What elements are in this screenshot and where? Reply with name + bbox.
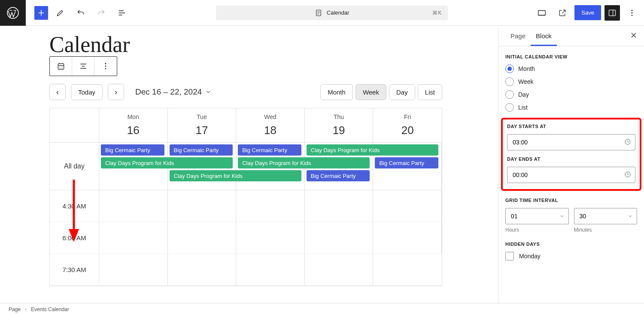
document-outline-button[interactable] [113,4,131,21]
breadcrumb-item[interactable]: Page [9,306,21,312]
day-header: Mon16 [99,108,168,142]
svg-point-8 [105,63,106,64]
editor-canvas: Calendar ‹ Today › Dec 16 – 22, 2024 [0,26,498,303]
close-sidebar-icon[interactable] [629,31,638,41]
next-button[interactable]: › [108,84,124,100]
settings-sidebar: Page Block Initial Calendar View Month W… [498,26,644,303]
svg-point-6 [632,15,633,16]
save-button[interactable]: Save [574,5,601,20]
svg-point-4 [632,9,633,11]
day-header: Tue17 [168,108,237,142]
svg-rect-7 [58,64,64,69]
view-day-button[interactable]: Day [389,84,415,100]
sidebar-toggle-button[interactable] [605,5,620,21]
today-button[interactable]: Today [71,84,103,100]
event-item[interactable]: Clay Days Program for Kids [170,170,301,181]
prev-button[interactable]: ‹ [49,84,66,100]
redo-button[interactable] [93,4,110,21]
calendar-grid: Mon16 Tue17 Wed18 Thu19 Fri20 All day Bi… [49,108,442,286]
radio-week[interactable]: Week [505,77,637,86]
section-title: Day Ends At [507,156,635,162]
more-options-icon[interactable] [623,4,641,21]
radio-list[interactable]: List [505,103,637,112]
event-item[interactable]: Big Cermaic Party [238,144,301,156]
annotation-arrow [69,180,86,244]
svg-rect-3 [609,10,616,15]
open-external-icon[interactable] [554,4,571,21]
day-header: Fri20 [373,108,442,142]
tab-page[interactable]: Page [505,26,531,46]
view-icon[interactable] [533,4,550,21]
edit-icon[interactable] [52,4,69,21]
minutes-select[interactable]: 30 [574,208,638,224]
breadcrumb: Page › Events Calendar [0,303,644,315]
document-title-chip[interactable]: Calendar ⌘K [216,6,448,20]
hours-select[interactable]: 01 [505,208,569,224]
tab-block[interactable]: Block [531,26,557,46]
svg-point-9 [105,66,106,67]
view-week-button[interactable]: Week [355,84,386,100]
svg-point-5 [632,12,633,13]
document-title: Calendar [327,9,349,16]
wp-logo[interactable] [0,0,26,26]
top-toolbar: Calendar ⌘K Save [0,0,644,26]
day-ends-input[interactable] [507,167,635,183]
block-toolbar [49,56,117,76]
block-more-icon[interactable] [94,57,117,76]
svg-rect-2 [538,10,546,15]
radio-day[interactable]: Day [505,90,637,99]
date-range[interactable]: Dec 16 – 22, 2024 [135,87,211,97]
align-button[interactable] [72,57,94,76]
view-list-button[interactable]: List [418,84,442,100]
time-slot-label: 7:30 AM [50,254,99,286]
event-item[interactable]: Big Cermaic Party [101,144,164,156]
day-header: Thu19 [305,108,374,142]
highlighted-settings: Day Starts At Day Ends At [501,118,641,191]
event-item[interactable]: Big Cermaic Party [307,170,370,181]
clock-icon [624,138,631,145]
svg-marker-12 [69,229,79,242]
clock-icon [624,171,631,178]
view-month-button[interactable]: Month [320,84,353,100]
chevron-down-icon [205,89,211,95]
block-type-icon[interactable] [50,57,72,76]
breadcrumb-item[interactable]: Events Calendar [31,306,69,312]
calendar-nav: ‹ Today › Dec 16 – 22, 2024 Month Week D… [49,84,498,100]
radio-month[interactable]: Month [505,64,637,73]
event-item[interactable]: Big Cermaic Party [170,144,233,156]
checkbox-monday[interactable]: Monday [505,252,637,260]
svg-point-10 [105,68,106,69]
event-item[interactable]: Clay Days Program for Kids [101,157,233,168]
section-title: Day Starts At [507,124,635,129]
page-title[interactable]: Calendar [49,32,498,57]
section-title: Hidden Days [505,242,637,247]
event-item[interactable]: Clay Days Program for Kids [238,157,370,168]
undo-button[interactable] [72,4,89,21]
event-item[interactable]: Clay Days Program for Kids [307,144,438,156]
add-block-button[interactable] [34,6,48,20]
section-title: Grid Time Interval [505,198,637,203]
section-title: Initial Calendar View [505,54,637,59]
day-header: Wed18 [236,108,305,142]
event-item[interactable]: Big Cermaic Party [375,157,438,168]
day-starts-input[interactable] [507,134,635,150]
shortcut-hint: ⌘K [432,10,442,16]
